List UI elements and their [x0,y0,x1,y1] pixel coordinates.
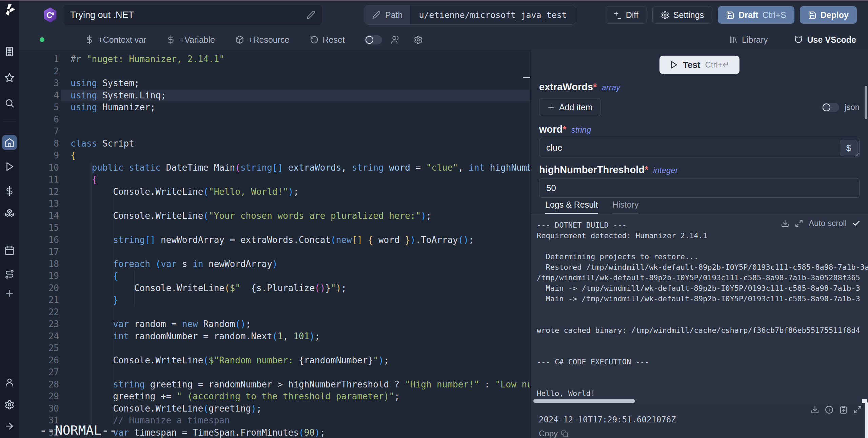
clipboard-copy-icon[interactable] [839,405,848,414]
autoscroll-label: Auto scroll [809,218,847,228]
line-number: 7 [19,126,59,138]
code-line[interactable]: 18 foreach (var s in newWordArray) [19,258,530,270]
reset-button[interactable]: Reset [310,35,345,45]
windmill-logo-icon[interactable] [3,3,16,16]
use-vscode-button[interactable]: Use VScode [794,35,856,45]
library-button[interactable]: Library [729,35,768,45]
editor-settings-gear-icon[interactable] [414,35,423,44]
line-number: 9 [19,150,59,162]
tab-history[interactable]: History [612,200,639,214]
code-line[interactable]: 29 greeting += " (according to the thres… [19,391,530,403]
resources-boxes-icon[interactable] [4,208,15,218]
hscroll-thumb[interactable] [533,399,635,403]
flows-route-icon[interactable] [4,269,15,279]
code-line[interactable]: 11 { [19,174,530,186]
code-line[interactable]: 24 int randomNumber = random.Next(1, 101… [19,330,530,343]
code-line[interactable]: 27 [19,366,530,379]
home-icon [4,137,15,148]
code-line[interactable]: 21 } [19,294,530,306]
json-toggle[interactable] [822,103,839,112]
autoscroll-check-icon[interactable] [852,219,861,228]
users-icon[interactable] [391,35,400,44]
workspace-building-icon[interactable] [4,46,15,57]
add-item-button[interactable]: Add item [539,98,600,116]
path-field[interactable]: Path u/etienne/microsoft_java_test [364,5,576,25]
schedules-calendar-icon[interactable] [4,245,15,255]
logs-hscrollbar [531,399,868,403]
word-input[interactable] [539,138,860,157]
collapse-arrow-icon[interactable] [4,421,15,431]
highnumberthreshold-input[interactable] [539,178,860,198]
vim-mode-indicator: --NORMAL-- [39,423,117,438]
runs-play-icon[interactable] [4,161,15,172]
code-line[interactable]: 7 [19,126,530,138]
diff-button[interactable]: Diff [605,6,647,24]
line-number: 12 [19,186,59,198]
code-line[interactable]: 22 [19,306,530,319]
expand-result-icon[interactable] [853,405,862,414]
result-scrollbar[interactable] [865,402,868,438]
code-line[interactable]: 23 var random = new Random(); [19,318,530,330]
download-result-icon[interactable] [811,405,819,414]
variables-dollar-icon[interactable] [4,186,15,196]
code-editor[interactable]: 1#r "nuget: Humanizer, 2.14.1"23using Sy… [19,50,530,438]
svg-text:#: # [52,11,54,16]
diff-icon [613,11,622,19]
code-line[interactable]: 14 Console.WriteLine("Your chosen words … [19,210,530,222]
code-line[interactable]: 8class Script [19,138,530,150]
info-icon[interactable] [825,405,833,414]
code-line[interactable]: 3using System; [19,77,530,90]
draft-button[interactable]: Draft Ctrl+S [718,6,794,24]
code-line[interactable]: 4using System.Linq; [19,90,530,102]
code-line[interactable]: 17 [19,246,530,258]
code-line[interactable]: 6 [19,114,530,126]
code-line[interactable]: 2 [19,65,530,78]
code-line[interactable]: 26 Console.WriteLine($"Random number: {r… [19,355,530,367]
code-line[interactable]: 10 public static DateTime Main(string[] … [19,162,530,174]
code-line[interactable]: 12 Console.WriteLine("Hello, World!"); [19,186,530,198]
add-plus-icon[interactable] [4,288,15,299]
code-line[interactable]: 13 [19,198,530,210]
search-icon[interactable] [4,98,15,108]
tab-logs-result[interactable]: Logs & Result [545,200,598,214]
deploy-button[interactable]: Deploy [800,6,857,24]
code-line[interactable]: 5using Humanizer; [19,101,530,114]
edit-title-pencil-icon[interactable] [307,11,315,19]
right-panel: Test Ctrl+↵ extraWords* array Add item j… [530,50,868,438]
log-output: --- DOTNET BUILD --- Requirement detecte… [531,214,868,399]
diff-label: Diff [626,10,638,20]
code-line[interactable]: 30 Console.WriteLine(greeting); [19,403,530,415]
save-icon [808,11,816,19]
code-line[interactable]: 25 [19,342,530,355]
resize-handle[interactable] [854,152,859,156]
code-line[interactable]: 19 { [19,270,530,282]
download-logs-icon[interactable] [781,219,789,228]
copy-label: Copy [539,429,558,438]
script-title-field[interactable]: Trying out .NET [63,5,322,25]
deploy-label: Deploy [821,10,849,20]
add-context-var-button[interactable]: +Context var [85,35,146,45]
sidebar-item-home[interactable] [2,135,17,150]
toolbar-toggle[interactable] [364,35,382,44]
test-button[interactable]: Test Ctrl+↵ [659,56,739,74]
copy-button[interactable]: Copy [539,429,862,438]
line-number: 6 [19,114,59,126]
code-line[interactable]: 28 string greeting = randomNumber > high… [19,379,530,391]
code-line[interactable]: 16 string[] newWordArray = extraWords.Co… [19,234,530,246]
favorites-star-icon[interactable] [4,73,15,83]
user-icon[interactable] [4,377,15,387]
line-number: 23 [19,318,59,330]
code-line[interactable]: 1#r "nuget: Humanizer, 2.14.1" [19,53,530,65]
add-variable-button[interactable]: +Variable [166,35,215,45]
settings-gear-icon[interactable] [4,400,15,410]
path-label-section: Path [365,5,410,24]
rotate-ccw-icon [310,35,319,44]
copy-icon [561,430,568,437]
add-resource-button[interactable]: +Resource [235,35,290,45]
code-line[interactable]: 9{ [19,150,530,162]
code-line[interactable]: 15 [19,222,530,234]
settings-button[interactable]: Settings [652,6,712,24]
form-scrollbar[interactable] [865,86,867,119]
code-line[interactable]: 20 Console.WriteLine($" {s.Pluralize()}"… [19,282,530,294]
expand-logs-icon[interactable] [795,219,803,228]
